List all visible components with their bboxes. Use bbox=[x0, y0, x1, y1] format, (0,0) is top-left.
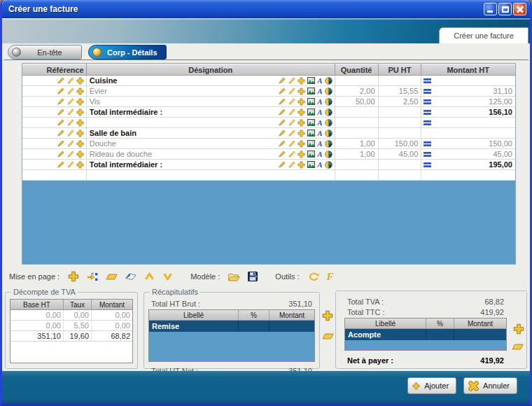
cell-amount[interactable]: 156,10 bbox=[421, 107, 515, 117]
brush-icon[interactable] bbox=[288, 88, 295, 95]
pen-icon[interactable] bbox=[278, 150, 286, 158]
image-icon[interactable] bbox=[307, 108, 315, 115]
equals-icon[interactable] bbox=[424, 120, 432, 126]
refresh-icon[interactable] bbox=[308, 272, 319, 281]
cell-amount[interactable] bbox=[421, 170, 515, 180]
brush-icon[interactable] bbox=[66, 98, 74, 106]
cell-quantity[interactable]: 1,00 bbox=[335, 149, 379, 159]
plus-icon[interactable] bbox=[298, 161, 305, 169]
cell-amount[interactable] bbox=[421, 118, 515, 127]
invoice-row[interactable]: Rideau de doucheA1,0045,0045,00 bbox=[22, 149, 515, 160]
plus-icon[interactable] bbox=[76, 130, 84, 137]
tva-row[interactable]: 351,1019,6068,82 bbox=[10, 331, 132, 342]
brush-icon[interactable] bbox=[66, 88, 74, 95]
equals-icon[interactable] bbox=[424, 162, 432, 168]
equals-icon[interactable] bbox=[424, 151, 432, 158]
cell-reference[interactable] bbox=[22, 149, 87, 159]
cell-reference[interactable] bbox=[22, 107, 87, 117]
brush-icon[interactable] bbox=[288, 130, 295, 137]
cell-designation[interactable]: Rideau de doucheA bbox=[87, 149, 335, 159]
add-button[interactable]: Ajouter bbox=[407, 377, 456, 394]
plus-icon[interactable] bbox=[298, 88, 305, 95]
image-icon[interactable] bbox=[307, 77, 315, 84]
tab-en-tete[interactable]: En-tête bbox=[8, 45, 82, 59]
pen-icon[interactable] bbox=[57, 77, 64, 85]
cell-designation[interactable]: A bbox=[87, 118, 335, 127]
remove-deposit-icon[interactable] bbox=[512, 343, 524, 351]
contrast-icon[interactable] bbox=[325, 88, 332, 95]
invoice-row[interactable]: A bbox=[22, 118, 515, 128]
invoice-row[interactable]: Salle de bainA bbox=[22, 128, 515, 139]
cell-amount[interactable]: 31,10 bbox=[421, 86, 515, 96]
cell-designation[interactable]: Salle de bainA bbox=[87, 128, 335, 138]
image-icon[interactable] bbox=[307, 130, 315, 136]
pen-icon[interactable] bbox=[57, 140, 64, 148]
cell-unit-price[interactable] bbox=[379, 170, 422, 180]
cell-quantity[interactable] bbox=[335, 107, 379, 117]
contrast-icon[interactable] bbox=[325, 140, 332, 148]
cell-amount[interactable]: 150,00 bbox=[421, 139, 515, 148]
cell-designation[interactable]: Total intermédiaire :A bbox=[87, 107, 335, 117]
plus-icon[interactable] bbox=[298, 119, 305, 127]
cell-designation[interactable]: DoucheA bbox=[87, 139, 335, 148]
contrast-icon[interactable] bbox=[325, 119, 332, 127]
eraser-icon[interactable] bbox=[125, 273, 136, 281]
image-icon[interactable] bbox=[307, 140, 315, 147]
plus-icon[interactable] bbox=[76, 108, 84, 116]
pen-icon[interactable] bbox=[57, 161, 64, 169]
pen-icon[interactable] bbox=[57, 108, 64, 116]
brush-icon[interactable] bbox=[66, 77, 74, 85]
pen-icon[interactable] bbox=[278, 108, 286, 116]
cell-unit-price[interactable] bbox=[379, 128, 422, 138]
add-discount-icon[interactable] bbox=[322, 310, 333, 321]
contrast-icon[interactable] bbox=[325, 161, 332, 169]
plus-icon[interactable] bbox=[298, 77, 305, 85]
cell-reference[interactable] bbox=[22, 128, 87, 138]
cell-designation[interactable]: VisA bbox=[87, 97, 335, 106]
pen-icon[interactable] bbox=[278, 98, 286, 106]
cell-quantity[interactable]: 1,00 bbox=[335, 139, 379, 148]
plus-icon[interactable] bbox=[298, 150, 305, 158]
cell-amount[interactable] bbox=[421, 128, 515, 138]
contrast-icon[interactable] bbox=[325, 77, 332, 85]
pen-icon[interactable] bbox=[278, 140, 286, 148]
brush-icon[interactable] bbox=[288, 77, 295, 85]
cell-unit-price[interactable] bbox=[379, 76, 422, 85]
pen-icon[interactable] bbox=[57, 130, 64, 137]
cell-quantity[interactable] bbox=[335, 128, 379, 138]
cell-designation[interactable]: EvierA bbox=[87, 86, 335, 96]
discount-row-remise[interactable]: Remise bbox=[149, 321, 314, 332]
invoice-row[interactable] bbox=[22, 170, 515, 181]
brush-icon[interactable] bbox=[66, 119, 74, 127]
tva-row[interactable]: 0,005,500,00 bbox=[10, 321, 132, 331]
brush-icon[interactable] bbox=[288, 108, 295, 116]
equals-icon[interactable] bbox=[424, 78, 432, 84]
plus-icon[interactable] bbox=[76, 98, 84, 106]
cell-amount[interactable]: 125,00 bbox=[421, 97, 515, 106]
pen-icon[interactable] bbox=[57, 119, 64, 127]
cell-unit-price[interactable] bbox=[379, 160, 422, 169]
equals-icon[interactable] bbox=[424, 109, 432, 115]
tva-row[interactable]: 0,000,000,00 bbox=[10, 310, 132, 321]
pen-icon[interactable] bbox=[57, 150, 64, 158]
brush-icon[interactable] bbox=[288, 119, 295, 127]
plus-icon[interactable] bbox=[298, 98, 305, 106]
brush-icon[interactable] bbox=[288, 140, 295, 148]
image-icon[interactable] bbox=[307, 88, 315, 94]
pen-icon[interactable] bbox=[57, 98, 64, 106]
cell-reference[interactable] bbox=[22, 97, 87, 106]
contrast-icon[interactable] bbox=[325, 98, 332, 106]
cell-quantity[interactable] bbox=[335, 118, 379, 127]
pen-icon[interactable] bbox=[278, 161, 286, 169]
invoice-row[interactable]: DoucheA1,00150,00150,00 bbox=[22, 139, 515, 149]
save-icon[interactable] bbox=[248, 272, 258, 281]
contrast-icon[interactable] bbox=[325, 150, 332, 158]
cell-reference[interactable] bbox=[22, 170, 87, 180]
equals-icon[interactable] bbox=[424, 99, 432, 105]
brush-icon[interactable] bbox=[288, 98, 295, 106]
pen-icon[interactable] bbox=[278, 119, 286, 127]
pen-icon[interactable] bbox=[278, 77, 286, 85]
invoice-row[interactable]: EvierA2,0015,5531,10 bbox=[22, 86, 515, 97]
brush-icon[interactable] bbox=[66, 130, 74, 137]
split-icon[interactable] bbox=[87, 272, 98, 281]
